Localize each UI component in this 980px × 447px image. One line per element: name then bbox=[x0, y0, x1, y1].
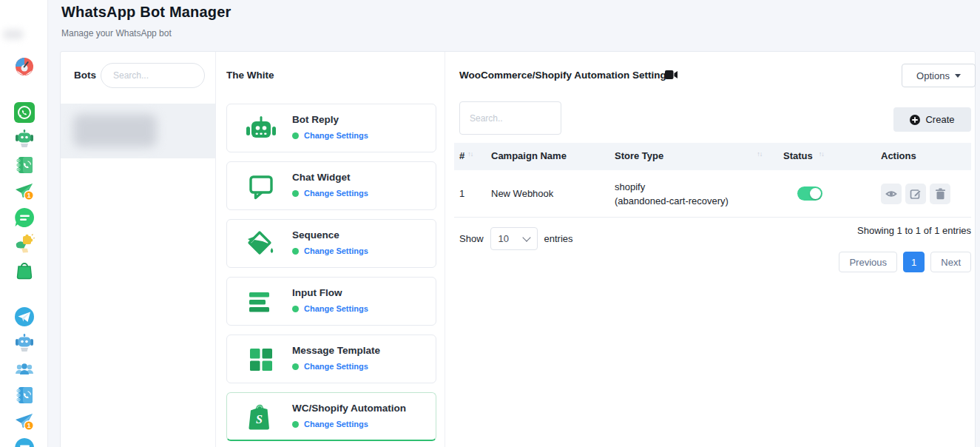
edit-pencil-icon bbox=[910, 188, 922, 200]
module-card-input-flow[interactable]: Input Flow Change Settings bbox=[226, 277, 436, 326]
column-header-store-type[interactable]: Store Type↑↓ bbox=[615, 150, 762, 161]
status-dot-icon bbox=[292, 363, 299, 370]
row-actions bbox=[881, 184, 950, 204]
video-tutorial-icon[interactable] bbox=[665, 70, 677, 79]
module-card-chat-widget[interactable]: Chat Widget Change Settings bbox=[226, 161, 436, 210]
module-card-bot-reply[interactable]: Bot Reply Change Settings bbox=[226, 104, 436, 152]
create-button[interactable]: Create bbox=[893, 107, 971, 132]
table-header-row: #↑↓ Campaign Name↑↓ Store Type↑↓ Status↑… bbox=[454, 143, 971, 170]
bot-reply-icon bbox=[245, 112, 277, 145]
change-settings-link[interactable]: Change Settings bbox=[304, 420, 368, 428]
integrations-icon[interactable] bbox=[13, 232, 36, 255]
sort-icon: ↑↓ bbox=[757, 150, 762, 158]
page-size-value: 10 bbox=[499, 233, 509, 244]
table-row: 1 New Webhook shopify (abandoned-cart-re… bbox=[454, 170, 971, 218]
column-header-status[interactable]: Status↑↓ bbox=[783, 150, 824, 161]
robot-icon bbox=[14, 332, 35, 353]
speedometer-icon bbox=[14, 56, 35, 77]
puzzle-hand-icon bbox=[14, 233, 35, 254]
edit-button[interactable] bbox=[905, 184, 926, 204]
whatsapp-bot-icon[interactable] bbox=[13, 127, 36, 149]
shopping-bag-icon bbox=[14, 260, 35, 280]
whatsapp-icon[interactable] bbox=[13, 101, 36, 124]
previous-page-button[interactable]: Previous bbox=[839, 252, 897, 272]
shop-icon[interactable] bbox=[13, 259, 36, 281]
whatsapp-chat-icon[interactable] bbox=[13, 206, 36, 229]
pagination: Previous 1 Next bbox=[839, 252, 971, 272]
create-label: Create bbox=[925, 114, 954, 125]
change-settings-link[interactable]: Change Settings bbox=[304, 246, 368, 255]
status-toggle[interactable] bbox=[797, 186, 822, 201]
next-page-button[interactable]: Next bbox=[930, 252, 971, 272]
blurred-logo bbox=[3, 30, 24, 39]
message-template-icon bbox=[245, 343, 277, 376]
paper-plane-badge-icon: 1 bbox=[14, 411, 35, 431]
dashboard-icon[interactable] bbox=[13, 56, 36, 78]
svg-text:1: 1 bbox=[27, 422, 31, 429]
app-icon-rail: 1 bbox=[0, 0, 48, 447]
chevron-down-icon bbox=[955, 74, 961, 78]
module-title: Input Flow bbox=[292, 287, 342, 298]
row-number: 1 bbox=[459, 188, 464, 199]
modules-column: The White Bot Reply Change Settings bbox=[216, 52, 445, 447]
svg-text:1: 1 bbox=[27, 192, 31, 199]
column-header-campaign-name[interactable]: Campaign Name↑↓ bbox=[491, 150, 629, 161]
page-1-button[interactable]: 1 bbox=[903, 252, 925, 272]
show-label: Show bbox=[459, 233, 484, 244]
page-size-select[interactable]: 10 bbox=[490, 227, 538, 250]
sort-icon: ↑↓ bbox=[819, 150, 824, 158]
chevron-down-icon bbox=[522, 233, 530, 241]
redacted-bot-name bbox=[73, 114, 157, 147]
column-header-num[interactable]: #↑↓ bbox=[459, 150, 473, 161]
bot-list-item-selected[interactable] bbox=[61, 104, 215, 158]
users-group-icon bbox=[14, 359, 35, 380]
change-settings-link[interactable]: Change Settings bbox=[304, 189, 368, 198]
view-button[interactable] bbox=[881, 184, 902, 204]
module-title: Message Template bbox=[292, 345, 380, 356]
status-dot-icon bbox=[292, 421, 299, 428]
telegram-chat-icon[interactable] bbox=[13, 437, 36, 447]
column-header-actions: Actions bbox=[881, 150, 916, 161]
module-title: WC/Shopify Automation bbox=[292, 403, 406, 414]
chat-bubble-icon bbox=[13, 437, 36, 447]
module-card-message-template[interactable]: Message Template Change Settings bbox=[226, 335, 436, 383]
telegram-icon[interactable] bbox=[13, 306, 36, 328]
telegram-broadcast-icon[interactable]: 1 bbox=[13, 410, 36, 432]
whatsapp-contacts-icon[interactable] bbox=[13, 154, 36, 176]
status-dot-icon bbox=[292, 190, 299, 197]
paper-plane-badge-icon: 1 bbox=[14, 181, 35, 201]
main-card: Bots The White Bot Reply bbox=[60, 51, 976, 447]
store-type-line1: shopify bbox=[615, 181, 645, 192]
module-title: Sequence bbox=[292, 229, 339, 241]
store-type-cell: shopify (abandoned-cart-recovery) bbox=[615, 180, 729, 208]
bots-search-input[interactable] bbox=[101, 63, 205, 88]
module-title: Bot Reply bbox=[292, 114, 339, 125]
whatsapp-broadcast-icon[interactable]: 1 bbox=[13, 180, 36, 202]
change-settings-link[interactable]: Change Settings bbox=[304, 131, 368, 140]
telegram-bot-icon[interactable] bbox=[13, 332, 36, 354]
selected-bot-name: The White bbox=[226, 70, 274, 81]
change-settings-link[interactable]: Change Settings bbox=[304, 304, 368, 313]
sequence-icon bbox=[245, 228, 277, 261]
chat-bubble-icon bbox=[13, 206, 36, 229]
telegram-groups-icon[interactable] bbox=[13, 358, 36, 380]
change-settings-link[interactable]: Change Settings bbox=[304, 362, 368, 371]
trash-icon bbox=[935, 188, 946, 200]
toggle-knob bbox=[810, 188, 821, 199]
module-card-wc-shopify-automation[interactable]: S WC/Shopify Automation Change Settings bbox=[226, 392, 436, 441]
panel-title: WooCommerce/Shopify Automation Settings bbox=[459, 70, 672, 81]
status-dot-icon bbox=[292, 248, 299, 255]
delete-button[interactable] bbox=[930, 184, 950, 204]
contact-book-icon bbox=[14, 155, 35, 175]
store-type-line2: (abandoned-cart-recovery) bbox=[615, 195, 729, 206]
options-button[interactable]: Options bbox=[902, 64, 976, 87]
options-label: Options bbox=[916, 70, 950, 81]
telegram-contacts-icon[interactable] bbox=[13, 384, 36, 406]
automation-panel: WooCommerce/Shopify Automation Settings … bbox=[445, 52, 976, 447]
page-subtitle: Manage your WhatsApp bot bbox=[61, 28, 172, 38]
table-search-input[interactable] bbox=[459, 101, 561, 135]
module-card-sequence[interactable]: Sequence Change Settings bbox=[226, 219, 436, 268]
app-window: 1 bbox=[0, 0, 980, 447]
status-dot-icon bbox=[292, 306, 299, 312]
contact-book-icon bbox=[14, 385, 35, 406]
